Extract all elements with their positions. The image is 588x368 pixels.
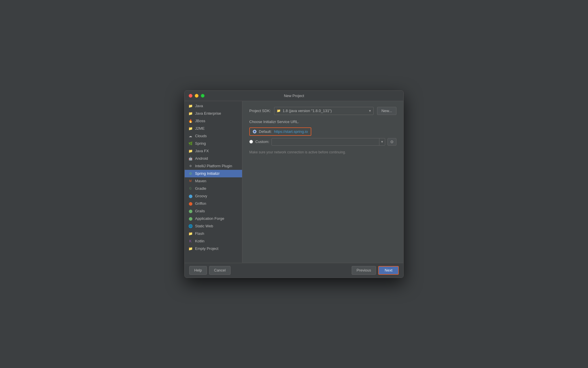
leaf-icon: 🌿 <box>188 141 193 146</box>
sidebar-item-label: Flash <box>195 231 204 236</box>
sidebar-item-application-forge[interactable]: ⬤ Application Forge <box>185 215 242 222</box>
main-content: 📁 Java 📁 Java Enterprise 🔥 JBoss 📁 J2ME … <box>185 101 403 263</box>
sidebar-item-maven[interactable]: M Maven <box>185 177 242 185</box>
sidebar-item-spring-initializr[interactable]: ⚙ Spring Initializr <box>185 170 242 177</box>
custom-url-input[interactable] <box>272 140 379 144</box>
maven-icon: M <box>188 179 193 183</box>
sidebar-item-clouds[interactable]: ☁ Clouds <box>185 132 242 140</box>
sidebar-item-groovy[interactable]: ⬤ Groovy <box>185 192 242 200</box>
android-icon: 🤖 <box>188 156 193 161</box>
choose-initializr-label: Choose Initializr Service URL. <box>249 120 396 124</box>
sidebar-item-label: J2ME <box>195 126 205 131</box>
folder-icon: 📁 <box>188 126 193 131</box>
sidebar-item-label: Spring Initializr <box>195 171 220 176</box>
spring-initializr-icon: ⚙ <box>188 171 193 176</box>
sidebar-item-label: Gradle <box>195 186 206 191</box>
content-area: Project SDK: 📁 1.8 (java version "1.8.0_… <box>242 101 403 263</box>
sidebar-item-label: Empty Project <box>195 246 218 251</box>
sidebar-item-intellij-plugin[interactable]: ⚙ IntelliJ Platform Plugin <box>185 162 242 170</box>
groovy-icon: ⬤ <box>188 194 193 198</box>
bottom-bar: Help Cancel Previous Next <box>185 263 403 278</box>
custom-radio[interactable] <box>249 140 253 144</box>
sidebar-item-label: Static Web <box>195 224 213 228</box>
default-radio[interactable] <box>253 130 256 133</box>
sidebar-item-javafx[interactable]: 📁 Java FX <box>185 147 242 155</box>
sidebar-item-empty-project[interactable]: 📁 Empty Project <box>185 245 242 252</box>
sidebar-item-java-enterprise[interactable]: 📁 Java Enterprise <box>185 110 242 117</box>
sidebar-item-j2me[interactable]: 📁 J2ME <box>185 125 242 132</box>
sdk-dropdown-text: 📁 1.8 (java version "1.8.0_131") <box>277 109 332 113</box>
empty-project-icon: 📁 <box>188 246 193 251</box>
window-title: New Project <box>284 94 304 98</box>
sidebar-item-static-web[interactable]: 🌐 Static Web <box>185 222 242 230</box>
next-button[interactable]: Next <box>378 266 399 275</box>
traffic-lights <box>189 94 205 98</box>
kotlin-icon: K <box>188 239 193 244</box>
bottom-left-buttons: Help Cancel <box>189 266 231 275</box>
sidebar-item-label: Grails <box>195 209 205 213</box>
network-note: Make sure your network connection is act… <box>249 150 396 154</box>
titlebar: New Project <box>185 91 403 101</box>
new-project-window: New Project 📁 Java 📁 Java Enterprise 🔥 J… <box>184 90 404 278</box>
custom-settings-button[interactable]: ⚙ <box>387 138 396 146</box>
sidebar-item-label: Kotlin <box>195 239 205 243</box>
sidebar-item-label: Clouds <box>195 134 207 138</box>
sidebar-item-label: Android <box>195 156 208 161</box>
intellij-icon: ⚙ <box>188 164 193 168</box>
custom-label: Custom: <box>255 140 269 144</box>
bottom-right-buttons: Previous Next <box>352 266 399 275</box>
sidebar-item-android[interactable]: 🤖 Android <box>185 155 242 162</box>
sidebar-item-label: IntelliJ Platform Plugin <box>195 164 232 168</box>
folder-icon: 📁 <box>188 149 193 153</box>
sidebar-item-grails[interactable]: ⬤ Grails <box>185 207 242 215</box>
sidebar-item-flash[interactable]: 📁 Flash <box>185 230 242 237</box>
sidebar: 📁 Java 📁 Java Enterprise 🔥 JBoss 📁 J2ME … <box>185 101 242 263</box>
default-label: Default: <box>259 129 272 134</box>
flash-icon: 📁 <box>188 231 193 236</box>
sidebar-item-gradle[interactable]: G Gradle <box>185 185 242 192</box>
custom-option-row: Custom: ▾ ⚙ <box>249 138 396 146</box>
griffon-icon: ⬤ <box>188 201 193 206</box>
sdk-label: Project SDK: <box>249 109 271 113</box>
previous-button[interactable]: Previous <box>352 266 376 275</box>
new-sdk-button[interactable]: New... <box>377 107 396 115</box>
sidebar-item-label: JBoss <box>195 119 205 123</box>
folder-icon: 📁 <box>188 111 193 116</box>
sidebar-item-java[interactable]: 📁 Java <box>185 102 242 110</box>
project-sdk-row: Project SDK: 📁 1.8 (java version "1.8.0_… <box>249 107 396 115</box>
maximize-button[interactable] <box>201 94 205 98</box>
sidebar-item-kotlin[interactable]: K Kotlin <box>185 237 242 245</box>
sidebar-item-label: Maven <box>195 179 206 183</box>
default-radio-box: Default: https://start.spring.io <box>249 127 311 136</box>
jboss-icon: 🔥 <box>188 119 193 123</box>
sidebar-item-label: Spring <box>195 141 206 146</box>
custom-input-wrapper: ▾ <box>271 138 385 146</box>
sidebar-item-label: Java Enterprise <box>195 111 221 116</box>
default-option-row: Default: https://start.spring.io <box>249 127 396 136</box>
cancel-button[interactable]: Cancel <box>209 266 231 275</box>
staticweb-icon: 🌐 <box>188 224 193 228</box>
sidebar-item-jboss[interactable]: 🔥 JBoss <box>185 117 242 125</box>
sidebar-item-label: Java <box>195 104 203 108</box>
folder-icon: 📁 <box>188 104 193 108</box>
sdk-dropdown[interactable]: 📁 1.8 (java version "1.8.0_131") ▾ <box>274 107 374 115</box>
sidebar-item-spring[interactable]: 🌿 Spring <box>185 140 242 147</box>
chevron-down-icon: ▾ <box>369 109 371 113</box>
sidebar-item-label: Griffon <box>195 201 206 206</box>
sidebar-item-label: Groovy <box>195 194 207 198</box>
sidebar-item-label: Java FX <box>195 149 209 153</box>
minimize-button[interactable] <box>195 94 199 98</box>
default-url: https://start.spring.io <box>274 129 308 134</box>
appforge-icon: ⬤ <box>188 216 193 221</box>
sdk-icon: 📁 <box>277 109 281 113</box>
gradle-icon: G <box>188 186 193 191</box>
help-button[interactable]: Help <box>189 266 207 275</box>
cloud-icon: ☁ <box>188 134 193 138</box>
close-button[interactable] <box>189 94 192 98</box>
custom-dropdown-button[interactable]: ▾ <box>379 138 385 145</box>
grails-icon: ⬤ <box>188 209 193 213</box>
sidebar-item-griffon[interactable]: ⬤ Griffon <box>185 200 242 207</box>
sdk-value: 1.8 (java version "1.8.0_131") <box>282 109 332 113</box>
sidebar-item-label: Application Forge <box>195 216 224 221</box>
